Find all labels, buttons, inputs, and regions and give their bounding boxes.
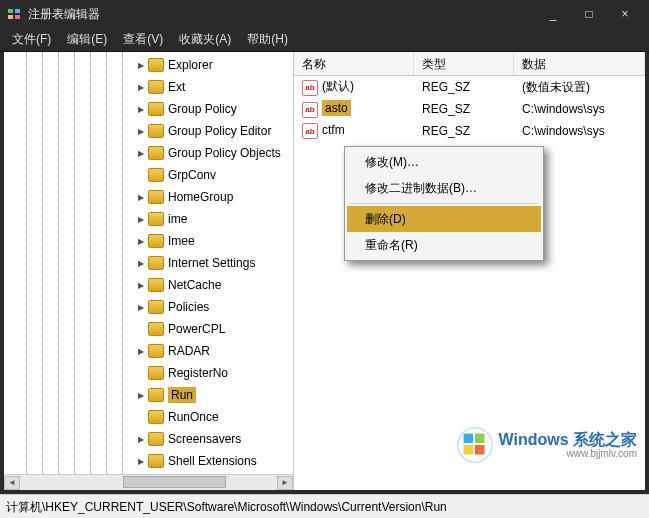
tree-node[interactable]: ▶Run bbox=[4, 384, 293, 406]
expander-icon[interactable]: ▶ bbox=[136, 236, 146, 246]
reg-string-icon: ab bbox=[302, 80, 318, 96]
list-body[interactable]: ab(默认)REG_SZ(数值未设置)abastoREG_SZC:\window… bbox=[294, 76, 645, 490]
menu-view[interactable]: 查看(V) bbox=[115, 29, 171, 50]
tree-node[interactable]: ▶ime bbox=[4, 208, 293, 230]
col-type[interactable]: 类型 bbox=[414, 52, 514, 75]
tree-node[interactable]: ▶Group Policy Objects bbox=[4, 142, 293, 164]
context-menu-item[interactable]: 重命名(R) bbox=[347, 232, 541, 258]
tree-node[interactable]: ▶Group Policy bbox=[4, 98, 293, 120]
folder-icon bbox=[148, 102, 164, 116]
scroll-left-arrow-icon[interactable]: ◄ bbox=[4, 476, 20, 490]
folder-icon bbox=[148, 58, 164, 72]
tree-label: Group Policy Objects bbox=[168, 146, 281, 160]
tree-node[interactable]: ▶Group Policy Editor bbox=[4, 120, 293, 142]
expander-icon[interactable] bbox=[136, 170, 146, 180]
tree-node[interactable]: PowerCPL bbox=[4, 318, 293, 340]
app-window: 注册表编辑器 _ □ × 文件(F) 编辑(E) 查看(V) 收藏夹(A) 帮助… bbox=[0, 0, 649, 518]
tree-node[interactable]: ▶Explorer bbox=[4, 54, 293, 76]
expander-icon[interactable]: ▶ bbox=[136, 192, 146, 202]
tree-node[interactable]: ▶Policies bbox=[4, 296, 293, 318]
value-row[interactable]: ab(默认)REG_SZ(数值未设置) bbox=[294, 76, 645, 98]
expander-icon[interactable]: ▶ bbox=[136, 280, 146, 290]
value-name: (默认) bbox=[322, 78, 354, 95]
tree-node[interactable]: ▶Internet Settings bbox=[4, 252, 293, 274]
scroll-track[interactable] bbox=[20, 476, 277, 490]
expander-icon[interactable]: ▶ bbox=[136, 60, 146, 70]
tree-node[interactable]: ▶Screensavers bbox=[4, 428, 293, 450]
value-row[interactable]: abastoREG_SZC:\windows\sys bbox=[294, 98, 645, 120]
context-menu-item[interactable]: 修改(M)… bbox=[347, 149, 541, 175]
cell-data: C:\windows\sys bbox=[514, 102, 645, 116]
folder-icon bbox=[148, 432, 164, 446]
expander-icon[interactable]: ▶ bbox=[136, 126, 146, 136]
folder-icon bbox=[148, 256, 164, 270]
expander-icon[interactable]: ▶ bbox=[136, 104, 146, 114]
tree-pane[interactable]: ▶Explorer▶Ext▶Group Policy▶Group Policy … bbox=[4, 52, 294, 490]
tree-label: HomeGroup bbox=[168, 190, 233, 204]
scroll-thumb[interactable] bbox=[123, 476, 226, 488]
expander-icon[interactable]: ▶ bbox=[136, 148, 146, 158]
list-header[interactable]: 名称 类型 数据 bbox=[294, 52, 645, 76]
folder-icon bbox=[148, 454, 164, 468]
expander-icon[interactable]: ▶ bbox=[136, 214, 146, 224]
menu-file[interactable]: 文件(F) bbox=[4, 29, 59, 50]
tree-label: RADAR bbox=[168, 344, 210, 358]
value-name: asto bbox=[322, 100, 351, 116]
tree-node[interactable]: RegisterNo bbox=[4, 362, 293, 384]
svg-rect-1 bbox=[15, 9, 20, 13]
tree-node[interactable]: ▶RADAR bbox=[4, 340, 293, 362]
cell-type: REG_SZ bbox=[414, 124, 514, 138]
tree-label: GrpConv bbox=[168, 168, 216, 182]
tree-label: Run bbox=[168, 387, 196, 403]
expander-icon[interactable]: ▶ bbox=[136, 346, 146, 356]
maximize-button[interactable]: □ bbox=[571, 7, 607, 21]
expander-icon[interactable] bbox=[136, 324, 146, 334]
folder-icon bbox=[148, 410, 164, 424]
values-pane[interactable]: 名称 类型 数据 ab(默认)REG_SZ(数值未设置)abastoREG_SZ… bbox=[294, 52, 645, 490]
menu-help[interactable]: 帮助(H) bbox=[239, 29, 296, 50]
folder-icon bbox=[148, 124, 164, 138]
expander-icon[interactable]: ▶ bbox=[136, 390, 146, 400]
tree-label: Internet Settings bbox=[168, 256, 255, 270]
tree-node[interactable]: ▶NetCache bbox=[4, 274, 293, 296]
reg-string-icon: ab bbox=[302, 102, 318, 118]
statusbar: 计算机\HKEY_CURRENT_USER\Software\Microsoft… bbox=[0, 494, 649, 518]
tree-node[interactable]: GrpConv bbox=[4, 164, 293, 186]
tree-node[interactable]: ▶HomeGroup bbox=[4, 186, 293, 208]
cell-type: REG_SZ bbox=[414, 102, 514, 116]
expander-icon[interactable]: ▶ bbox=[136, 302, 146, 312]
tree-label: Screensavers bbox=[168, 432, 241, 446]
folder-icon bbox=[148, 300, 164, 314]
tree-node[interactable]: ▶Shell Extensions bbox=[4, 450, 293, 472]
value-row[interactable]: abctfmREG_SZC:\windows\sys bbox=[294, 120, 645, 142]
context-menu-item[interactable]: 修改二进制数据(B)… bbox=[347, 175, 541, 201]
folder-icon bbox=[148, 366, 164, 380]
tree-label: Explorer bbox=[168, 58, 213, 72]
expander-icon[interactable]: ▶ bbox=[136, 258, 146, 268]
tree-label: ime bbox=[168, 212, 187, 226]
col-data[interactable]: 数据 bbox=[514, 52, 645, 75]
context-menu[interactable]: 修改(M)…修改二进制数据(B)…删除(D)重命名(R) bbox=[344, 146, 544, 261]
col-name[interactable]: 名称 bbox=[294, 52, 414, 75]
expander-icon[interactable]: ▶ bbox=[136, 456, 146, 466]
tree-node[interactable]: ▶Imee bbox=[4, 230, 293, 252]
expander-icon[interactable]: ▶ bbox=[136, 82, 146, 92]
tree-node[interactable]: RunOnce bbox=[4, 406, 293, 428]
menu-edit[interactable]: 编辑(E) bbox=[59, 29, 115, 50]
cell-name: abasto bbox=[294, 100, 414, 118]
scroll-right-arrow-icon[interactable]: ► bbox=[277, 476, 293, 490]
tree-label: RunOnce bbox=[168, 410, 219, 424]
titlebar[interactable]: 注册表编辑器 _ □ × bbox=[0, 0, 649, 28]
folder-icon bbox=[148, 234, 164, 248]
tree-list[interactable]: ▶Explorer▶Ext▶Group Policy▶Group Policy … bbox=[4, 52, 293, 474]
context-menu-item[interactable]: 删除(D) bbox=[347, 206, 541, 232]
expander-icon[interactable] bbox=[136, 412, 146, 422]
menu-fav[interactable]: 收藏夹(A) bbox=[171, 29, 239, 50]
minimize-button[interactable]: _ bbox=[535, 7, 571, 21]
close-button[interactable]: × bbox=[607, 7, 643, 21]
expander-icon[interactable] bbox=[136, 368, 146, 378]
expander-icon[interactable]: ▶ bbox=[136, 434, 146, 444]
tree-node[interactable]: ▶Ext bbox=[4, 76, 293, 98]
tree-h-scrollbar[interactable]: ◄ ► bbox=[4, 474, 293, 490]
folder-icon bbox=[148, 344, 164, 358]
